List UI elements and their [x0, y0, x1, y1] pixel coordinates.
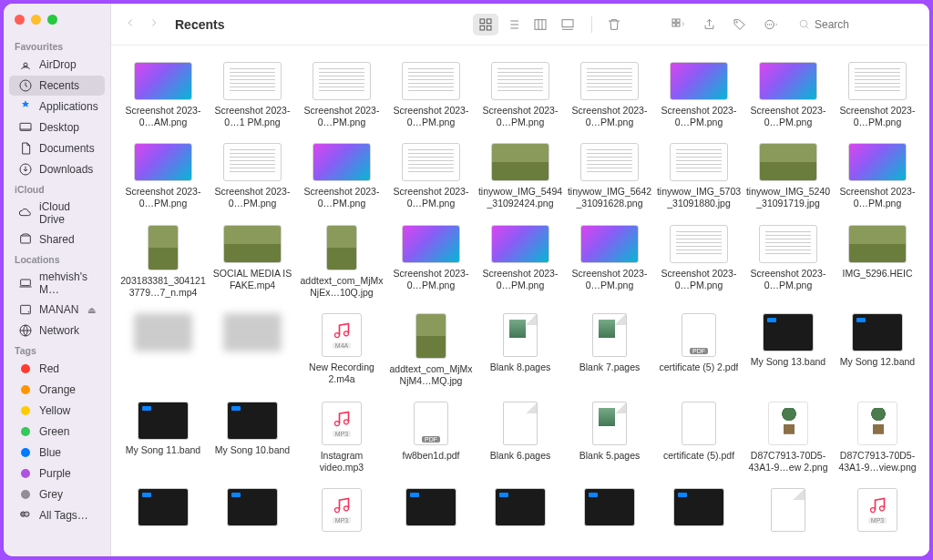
- file-item[interactable]: certificate (5) 2.pdf: [654, 310, 743, 398]
- file-thumbnail: MP3: [322, 488, 362, 532]
- file-item[interactable]: D87C7913-70D5-43A1-9…ew 2.png: [743, 398, 833, 484]
- sidebar-item-blue[interactable]: Blue: [9, 443, 105, 463]
- file-item[interactable]: Screenshot 2023-0…PM.png: [743, 221, 833, 310]
- tags-button[interactable]: [727, 14, 753, 36]
- file-thumbnail: [414, 402, 448, 445]
- file-item[interactable]: D87C7913-70D5-43A1-9…view.png: [833, 398, 922, 484]
- sidebar-item-manan[interactable]: MANAN⏏: [9, 300, 105, 320]
- file-item[interactable]: [743, 484, 833, 547]
- file-item[interactable]: tinywow_IMG_5494_31092424.png: [476, 139, 565, 220]
- file-item[interactable]: Screenshot 2023-0…PM.png: [833, 139, 922, 220]
- file-item[interactable]: Blank 8.pages: [476, 310, 565, 398]
- cloud-icon: [18, 206, 33, 220]
- file-thumbnail: [759, 143, 817, 181]
- file-item[interactable]: Screenshot 2023-0…PM.png: [654, 58, 743, 139]
- file-item[interactable]: [654, 484, 743, 547]
- file-item[interactable]: addtext_com_MjMxNjM4…MQ.jpg: [386, 310, 476, 398]
- file-item[interactable]: Screenshot 2023-0…1 PM.png: [208, 58, 297, 139]
- file-item[interactable]: My Song 10.band: [208, 398, 297, 484]
- sidebar-item-all-tags-[interactable]: All Tags…: [9, 505, 105, 525]
- sidebar-item-mehvish-s-m-[interactable]: mehvish's M…: [9, 268, 105, 299]
- file-item[interactable]: M4ANew Recording 2.m4a: [297, 310, 386, 398]
- file-item[interactable]: 203183381_3041213779…7_n.mp4: [118, 221, 208, 310]
- file-item[interactable]: MP3: [297, 484, 386, 547]
- file-item[interactable]: Screenshot 2023-0…PM.png: [386, 221, 476, 310]
- file-item[interactable]: Screenshot 2023-0…PM.png: [297, 58, 386, 139]
- file-item[interactable]: [386, 484, 476, 547]
- file-item[interactable]: [118, 484, 208, 547]
- sidebar-item-green[interactable]: Green: [9, 422, 105, 442]
- sidebar-item-purple[interactable]: Purple: [9, 463, 105, 484]
- file-item[interactable]: Screenshot 2023-0…PM.png: [833, 58, 922, 139]
- sidebar-item-recents[interactable]: Recents: [9, 76, 105, 96]
- view-gallery-button[interactable]: [555, 14, 580, 36]
- file-name: Screenshot 2023-0…PM.png: [388, 186, 474, 209]
- file-item[interactable]: Screenshot 2023-0…PM.png: [743, 58, 833, 139]
- sidebar-item-network[interactable]: Network: [9, 321, 105, 341]
- group-button[interactable]: [665, 14, 691, 36]
- file-item[interactable]: [208, 484, 297, 547]
- sidebar-item-applications[interactable]: Applications: [9, 97, 105, 117]
- sidebar-item-documents[interactable]: Documents: [9, 138, 105, 158]
- trash-button[interactable]: [601, 14, 627, 36]
- view-icons-button[interactable]: [473, 14, 498, 36]
- file-item[interactable]: Blank 5.pages: [565, 398, 654, 484]
- file-item[interactable]: Screenshot 2023-0…PM.png: [118, 139, 208, 220]
- file-item[interactable]: My Song 13.band: [743, 310, 833, 398]
- file-item[interactable]: Screenshot 2023-0…PM.png: [386, 139, 476, 220]
- file-item[interactable]: IMG_5296.HEIC: [833, 221, 922, 310]
- sidebar-item-grey[interactable]: Grey: [9, 484, 105, 504]
- sidebar-item-shared[interactable]: Shared: [9, 229, 105, 249]
- file-thumbnail: [313, 143, 371, 181]
- file-grid: Screenshot 2023-0…AM.pngScreenshot 2023-…: [111, 46, 929, 556]
- nav-forward-button[interactable]: [148, 16, 160, 33]
- file-item[interactable]: MP3Instagram video.mp3: [297, 398, 386, 484]
- sidebar-item-airdrop[interactable]: AirDrop: [9, 55, 105, 75]
- file-item[interactable]: SOCIAL MEDIA IS FAKE.mp4: [208, 221, 297, 310]
- file-item[interactable]: Screenshot 2023-0…PM.png: [476, 221, 565, 310]
- file-item[interactable]: tinywow_IMG_5240_31091719.jpg: [743, 139, 833, 220]
- file-name: addtext_com_MjMxNjEx…10Q.jpg: [299, 275, 384, 299]
- minimize-button[interactable]: [31, 15, 41, 25]
- sidebar-item-yellow[interactable]: Yellow: [9, 401, 105, 421]
- file-item[interactable]: tinywow_IMG_5703_31091880.jpg: [654, 139, 743, 220]
- file-item[interactable]: Screenshot 2023-0…PM.png: [208, 139, 297, 220]
- search-field[interactable]: [798, 18, 917, 31]
- file-item[interactable]: Blank 7.pages: [565, 310, 654, 398]
- file-item[interactable]: MP3: [833, 484, 922, 547]
- file-item[interactable]: Blank 6.pages: [476, 398, 565, 484]
- file-thumbnail: [402, 143, 460, 181]
- sidebar-item-orange[interactable]: Orange: [9, 380, 105, 400]
- sidebar-item-icloud-drive[interactable]: iCloud Drive: [9, 198, 105, 229]
- file-item[interactable]: Screenshot 2023-0…PM.png: [565, 221, 654, 310]
- nav-back-button[interactable]: [124, 16, 137, 33]
- file-item[interactable]: Screenshot 2023-0…PM.png: [654, 221, 743, 310]
- view-list-button[interactable]: [500, 14, 526, 36]
- file-item[interactable]: [476, 484, 565, 547]
- search-input[interactable]: [815, 18, 897, 31]
- file-item[interactable]: certificate (5).pdf: [654, 398, 743, 484]
- view-columns-button[interactable]: [528, 14, 553, 36]
- file-item[interactable]: tinywow_IMG_5642_31091628.png: [565, 139, 654, 220]
- file-item[interactable]: [565, 484, 654, 547]
- file-item[interactable]: [208, 310, 297, 398]
- sidebar-item-downloads[interactable]: Downloads: [9, 159, 105, 179]
- file-item[interactable]: Screenshot 2023-0…PM.png: [386, 58, 476, 139]
- file-item[interactable]: My Song 12.band: [833, 310, 922, 398]
- file-item[interactable]: Screenshot 2023-0…PM.png: [297, 139, 386, 220]
- file-item[interactable]: [118, 310, 208, 398]
- file-item[interactable]: addtext_com_MjMxNjEx…10Q.jpg: [297, 221, 386, 310]
- sidebar-item-red[interactable]: Red: [9, 359, 105, 379]
- close-button[interactable]: [15, 15, 25, 25]
- file-item[interactable]: fw8ben1d.pdf: [386, 398, 476, 484]
- eject-icon[interactable]: ⏏: [87, 305, 96, 315]
- sidebar-item-desktop[interactable]: Desktop: [9, 117, 105, 137]
- share-button[interactable]: [696, 14, 722, 36]
- zoom-button[interactable]: [47, 15, 57, 25]
- svg-rect-17: [672, 19, 675, 22]
- more-button[interactable]: [758, 14, 784, 36]
- file-item[interactable]: Screenshot 2023-0…PM.png: [476, 58, 565, 139]
- file-item[interactable]: Screenshot 2023-0…AM.png: [118, 58, 208, 139]
- file-item[interactable]: My Song 11.band: [118, 398, 208, 484]
- file-item[interactable]: Screenshot 2023-0…PM.png: [565, 58, 654, 139]
